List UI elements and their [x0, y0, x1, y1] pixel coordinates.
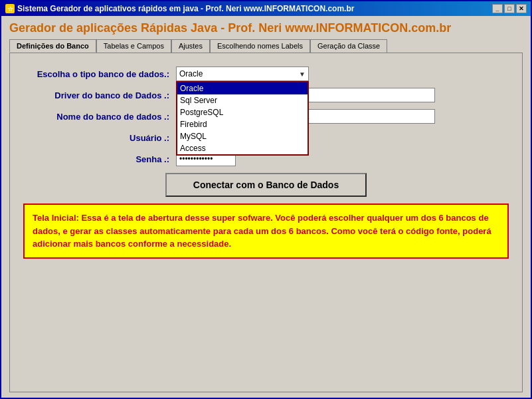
- dropdown-display[interactable]: Oracle ▼: [176, 66, 309, 81]
- db-type-label: Escolha o tipo banco de dados.:: [23, 69, 169, 79]
- dropdown-item-access[interactable]: Access: [177, 142, 308, 154]
- tab-bar: Definições do Banco Tabelas e Campos Aju…: [1, 39, 531, 53]
- tab-tables[interactable]: Tabelas e Campos: [96, 39, 171, 53]
- dropdown-item-firebird[interactable]: Firebird: [177, 118, 308, 130]
- password-label: Senha .:: [23, 154, 169, 164]
- header-title: Gerador de aplicações Rápidas Java - Pro…: [9, 21, 523, 35]
- dropdown-item-sqlserver[interactable]: Sql Server: [177, 94, 308, 106]
- tab-adjustments[interactable]: Ajustes: [171, 39, 210, 53]
- dropdown-arrow-icon: ▼: [299, 70, 306, 78]
- form-section: Escolha o tipo banco de dados.: Oracle ▼…: [23, 66, 509, 166]
- dropdown-list: Oracle Sql Server PostgreSQL Firebird My…: [176, 81, 309, 156]
- info-text: Tela Inicial: Essa é a tela de abertura …: [33, 211, 499, 251]
- app-icon: ☆: [5, 4, 15, 13]
- dropdown-item-oracle[interactable]: Oracle: [177, 82, 308, 94]
- dropdown-item-postgresql[interactable]: PostgreSQL: [177, 106, 308, 118]
- main-window: ☆ Sistema Gerador de aplicativos rápidos…: [0, 0, 532, 399]
- db-type-dropdown[interactable]: Oracle ▼ Oracle Sql Server PostgreSQL Fi…: [176, 66, 309, 81]
- close-button[interactable]: ✕: [516, 4, 527, 13]
- restore-button[interactable]: □: [504, 4, 515, 13]
- window-controls: _ □ ✕: [492, 4, 527, 13]
- db-type-row: Escolha o tipo banco de dados.: Oracle ▼…: [23, 66, 509, 81]
- window-title: Sistema Gerador de aplicativos rápidos e…: [17, 4, 354, 13]
- user-label: Usuário .:: [23, 133, 169, 143]
- db-name-label: Nome do banco de dados .:: [23, 112, 169, 122]
- driver-label: Driver do banco de Dados .:: [23, 90, 169, 100]
- header-area: Gerador de aplicações Rápidas Java - Pro…: [1, 16, 531, 39]
- info-box: Tela Inicial: Essa é a tela de abertura …: [23, 203, 509, 259]
- tab-class[interactable]: Geração da Classe: [310, 39, 387, 53]
- content-area: Escolha o tipo banco de dados.: Oracle ▼…: [9, 53, 523, 392]
- dropdown-selected-value: Oracle: [179, 69, 203, 78]
- minimize-button[interactable]: _: [492, 4, 503, 13]
- title-bar-left: ☆ Sistema Gerador de aplicativos rápidos…: [5, 4, 354, 13]
- tab-definitions[interactable]: Definições do Banco: [9, 39, 96, 53]
- connect-button[interactable]: Conectar com o Banco de Dados: [165, 173, 367, 197]
- dropdown-item-mysql[interactable]: MySQL: [177, 130, 308, 142]
- tab-labels[interactable]: Escolhendo nomes Labels: [210, 39, 310, 53]
- title-bar: ☆ Sistema Gerador de aplicativos rápidos…: [1, 1, 531, 16]
